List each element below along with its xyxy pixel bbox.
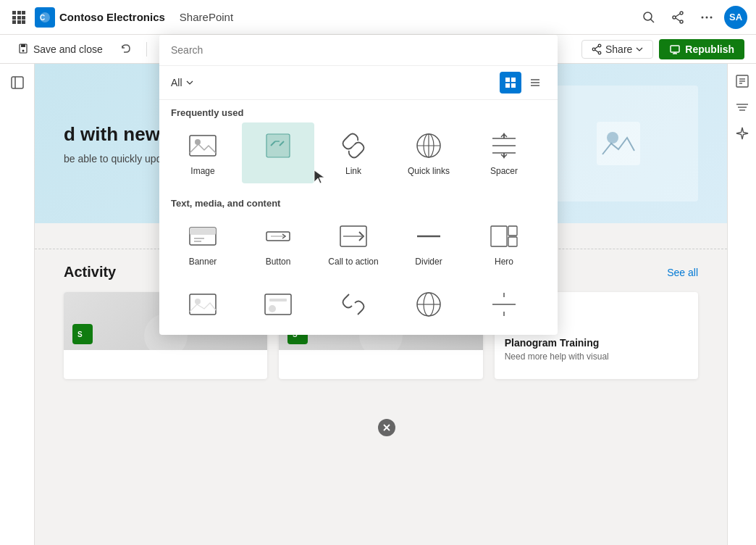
picker-item-more-3[interactable] bbox=[317, 281, 390, 328]
left-panel bbox=[0, 64, 35, 545]
svg-point-29 bbox=[598, 51, 601, 54]
text-media-grid: Banner Button Call to action bbox=[159, 213, 558, 281]
link-picker-icon bbox=[337, 130, 369, 162]
selected-picker-icon bbox=[262, 130, 294, 162]
svg-point-11 bbox=[644, 12, 652, 20]
more-items-grid bbox=[159, 281, 558, 335]
picker-item-button[interactable]: Button bbox=[242, 213, 314, 274]
call-to-action-picker-icon bbox=[337, 220, 369, 252]
button-picker-label: Button bbox=[266, 257, 291, 267]
sharepoint-icon-1: S bbox=[72, 324, 93, 344]
picker-item-more-2[interactable] bbox=[242, 281, 314, 328]
picker-item-image[interactable]: Image bbox=[167, 122, 239, 183]
share-button[interactable]: Share bbox=[581, 40, 653, 59]
image-picker-label: Image bbox=[190, 166, 214, 176]
webpart-picker: All Frequently used bbox=[159, 35, 558, 335]
svg-rect-4 bbox=[17, 16, 21, 20]
republish-button[interactable]: Republish bbox=[659, 39, 744, 59]
more-2-icon bbox=[262, 288, 294, 320]
picker-item-link[interactable]: Link bbox=[317, 122, 390, 183]
svg-rect-57 bbox=[505, 83, 510, 88]
filter-all-button[interactable]: All bbox=[171, 77, 194, 88]
svg-line-16 bbox=[676, 14, 680, 17]
share-nav-icon[interactable] bbox=[666, 6, 689, 29]
picker-item-spacer[interactable]: Spacer bbox=[468, 122, 540, 183]
view-toggle-buttons bbox=[500, 72, 546, 93]
svg-point-20 bbox=[710, 16, 713, 18]
picker-filter-bar: All bbox=[159, 66, 558, 100]
user-avatar[interactable]: SA bbox=[724, 6, 747, 29]
picker-item-quicklinks[interactable]: Quick links bbox=[392, 122, 465, 183]
svg-rect-2 bbox=[22, 11, 25, 14]
grid-view-button[interactable] bbox=[500, 72, 521, 93]
picker-item-more-1[interactable] bbox=[167, 281, 239, 328]
card-3-title: Planogram Training bbox=[505, 337, 688, 349]
spacer-picker-label: Spacer bbox=[490, 166, 518, 176]
left-panel-icon-1[interactable] bbox=[4, 70, 30, 96]
divider-picker-icon bbox=[413, 220, 445, 252]
svg-rect-56 bbox=[511, 78, 516, 82]
spacer-picker-icon bbox=[488, 130, 520, 162]
hero-image-placeholder bbox=[539, 86, 698, 201]
text-media-label: Text, media, and content bbox=[159, 191, 558, 213]
svg-rect-5 bbox=[22, 16, 25, 20]
filter-icon[interactable] bbox=[731, 96, 754, 119]
svg-rect-3 bbox=[12, 16, 16, 20]
picker-item-divider[interactable]: Divider bbox=[392, 213, 465, 274]
svg-rect-62 bbox=[190, 136, 216, 156]
save-close-button[interactable]: Save and close bbox=[12, 41, 109, 58]
properties-icon[interactable] bbox=[731, 70, 754, 93]
svg-line-12 bbox=[651, 19, 655, 22]
search-icon[interactable] bbox=[637, 6, 660, 29]
picker-item-selected[interactable] bbox=[242, 122, 314, 183]
frequently-used-label: Frequently used bbox=[159, 100, 558, 122]
list-view-button[interactable] bbox=[524, 72, 546, 93]
svg-rect-36 bbox=[12, 77, 23, 88]
save-close-label: Save and close bbox=[33, 43, 103, 55]
svg-line-17 bbox=[676, 18, 680, 21]
republish-label: Republish bbox=[685, 43, 734, 55]
sparkle-icon[interactable] bbox=[731, 122, 754, 145]
sharepoint-label: SharePoint bbox=[180, 11, 233, 23]
apps-grid-icon[interactable] bbox=[9, 7, 29, 28]
share-label: Share bbox=[605, 43, 632, 55]
svg-rect-85 bbox=[508, 237, 517, 246]
undo-icon[interactable] bbox=[114, 38, 138, 61]
activity-title: Activity bbox=[64, 264, 116, 280]
svg-point-18 bbox=[702, 16, 704, 18]
svg-point-63 bbox=[195, 139, 201, 145]
svg-rect-88 bbox=[265, 294, 291, 315]
picker-item-hero[interactable]: Hero bbox=[468, 213, 540, 274]
app-name-label: Contoso Electronics bbox=[59, 11, 165, 23]
svg-point-30 bbox=[592, 48, 595, 51]
svg-point-28 bbox=[598, 44, 601, 47]
svg-rect-38 bbox=[597, 122, 640, 165]
svg-line-32 bbox=[595, 50, 598, 52]
svg-rect-58 bbox=[511, 83, 516, 88]
app-logo[interactable]: C Contoso Electronics bbox=[35, 7, 165, 28]
quicklinks-picker-icon bbox=[413, 130, 445, 162]
card-3-desc: Need more help with visual bbox=[505, 351, 688, 362]
svg-rect-75 bbox=[190, 228, 216, 235]
svg-point-39 bbox=[607, 132, 618, 143]
svg-point-87 bbox=[195, 299, 201, 304]
divider-picker-label: Divider bbox=[415, 257, 442, 267]
quicklinks-picker-label: Quick links bbox=[408, 166, 450, 176]
svg-line-31 bbox=[595, 46, 598, 49]
picker-item-more-4[interactable] bbox=[392, 281, 465, 328]
see-all-link[interactable]: See all bbox=[667, 267, 698, 278]
picker-item-banner[interactable]: Banner bbox=[167, 213, 239, 274]
svg-rect-64 bbox=[266, 134, 290, 157]
picker-item-more-5[interactable] bbox=[468, 281, 540, 328]
picker-item-call-to-action[interactable]: Call to action bbox=[317, 213, 390, 274]
more-1-icon bbox=[187, 288, 219, 320]
more-options-icon[interactable] bbox=[695, 6, 718, 29]
svg-point-13 bbox=[680, 12, 683, 14]
svg-text:C: C bbox=[40, 14, 45, 22]
svg-line-66 bbox=[350, 143, 356, 149]
close-picker-button[interactable] bbox=[378, 419, 395, 436]
picker-search-input[interactable] bbox=[171, 44, 546, 56]
hero-picker-icon bbox=[488, 220, 520, 252]
svg-text:S: S bbox=[77, 330, 83, 338]
picker-search-area bbox=[159, 35, 558, 66]
